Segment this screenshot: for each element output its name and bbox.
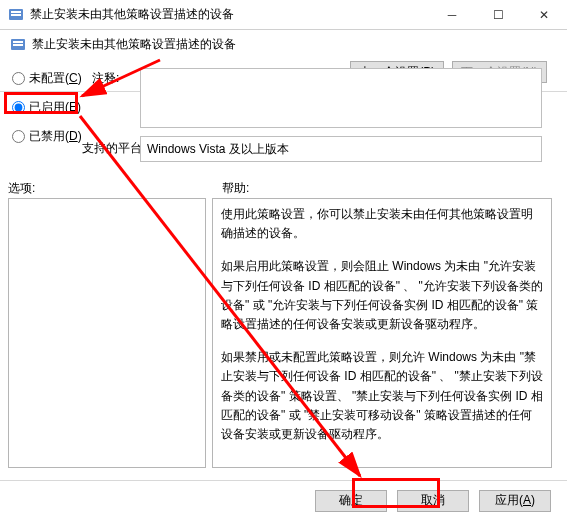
radio-disabled-input[interactable] <box>12 130 25 143</box>
policy-title: 禁止安装未由其他策略设置描述的设备 <box>32 36 236 53</box>
radio-disabled[interactable]: 已禁用(D) <box>12 128 82 145</box>
dialog-footer: 确定 取消 应用(A) <box>0 480 567 520</box>
options-panel[interactable] <box>8 198 206 468</box>
radio-enabled-input[interactable] <box>12 101 25 114</box>
policy-icon <box>10 37 26 53</box>
radio-enabled[interactable]: 已启用(E) <box>12 99 82 116</box>
app-icon <box>8 7 24 23</box>
help-paragraph: 使用此策略设置，你可以禁止安装未由任何其他策略设置明确描述的设备。 <box>221 205 543 243</box>
comment-label: 注释: <box>92 70 119 87</box>
supported-platform: Windows Vista 及以上版本 <box>140 136 542 162</box>
window-title: 禁止安装未由其他策略设置描述的设备 <box>30 6 429 23</box>
radio-not-configured[interactable]: 未配置(C) <box>12 70 82 87</box>
comment-textarea[interactable] <box>140 68 542 128</box>
help-panel[interactable]: 使用此策略设置，你可以禁止安装未由任何其他策略设置明确描述的设备。 如果启用此策… <box>212 198 552 468</box>
ok-button[interactable]: 确定 <box>315 490 387 512</box>
state-radio-group: 未配置(C) 已启用(E) 已禁用(D) <box>12 70 82 145</box>
svg-rect-2 <box>11 14 21 16</box>
title-bar: 禁止安装未由其他策略设置描述的设备 ─ ☐ ✕ <box>0 0 567 30</box>
policy-header: 禁止安装未由其他策略设置描述的设备 <box>0 30 567 57</box>
platform-label: 支持的平台: <box>82 140 145 157</box>
cancel-button[interactable]: 取消 <box>397 490 469 512</box>
svg-rect-4 <box>13 41 23 43</box>
apply-button[interactable]: 应用(A) <box>479 490 551 512</box>
help-paragraph: 如果启用此策略设置，则会阻止 Windows 为未由 "允许安装与下列任何设备 … <box>221 257 543 334</box>
options-label: 选项: <box>8 180 35 197</box>
svg-rect-1 <box>11 11 21 13</box>
close-button[interactable]: ✕ <box>521 0 567 30</box>
minimize-button[interactable]: ─ <box>429 0 475 30</box>
radio-not-configured-input[interactable] <box>12 72 25 85</box>
help-paragraph: 如果禁用或未配置此策略设置，则允许 Windows 为未由 "禁止安装与下列任何… <box>221 348 543 444</box>
help-label: 帮助: <box>222 180 249 197</box>
svg-rect-5 <box>13 44 23 46</box>
window-controls: ─ ☐ ✕ <box>429 0 567 29</box>
maximize-button[interactable]: ☐ <box>475 0 521 30</box>
